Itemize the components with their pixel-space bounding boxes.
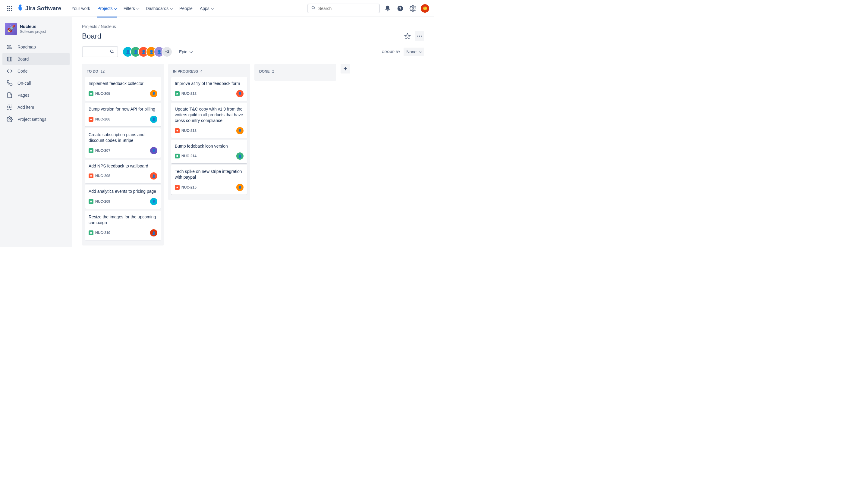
sidebar-item-add-item[interactable]: Add item (2, 101, 70, 113)
svg-point-22 (9, 119, 11, 120)
chevron-down-icon (419, 50, 422, 53)
column-header[interactable]: DONE2 (256, 68, 335, 77)
story-type-icon (89, 148, 93, 153)
issue-card[interactable]: Bump version for new API for billingNUC-… (85, 103, 161, 127)
issue-card[interactable]: Improve a11y of the feedback formNUC-212… (171, 77, 247, 101)
issue-key: NUC-205 (95, 92, 110, 96)
column-name: IN PROGRESS (173, 69, 198, 74)
global-search-input[interactable] (318, 6, 376, 11)
sidebar-item-roadmap[interactable]: Roadmap (2, 41, 70, 53)
global-search[interactable] (308, 4, 380, 13)
assignee-filter[interactable]: 👤 👤 👤 👤 👤 +3 (123, 47, 172, 57)
issue-key: NUC-214 (181, 154, 197, 158)
assignee-avatar[interactable]: 👤 (150, 147, 157, 154)
chevron-down-icon (170, 6, 173, 10)
jira-logo[interactable]: Jira Software (17, 4, 61, 12)
sidebar-item-code[interactable]: Code (2, 65, 70, 77)
nav-item-filters[interactable]: Filters (121, 4, 142, 13)
nav-item-dashboards[interactable]: Dashboards (143, 4, 176, 13)
issue-title: Bump version for new API for billing (89, 106, 157, 112)
issue-card[interactable]: Tech spike on new stripe integration wit… (171, 165, 247, 195)
assignee-avatar[interactable]: 👤 (150, 116, 157, 123)
pages-icon (6, 92, 13, 99)
svg-point-27 (111, 50, 113, 52)
project-sidebar: 🚀 Nucleus Software project RoadmapBoardC… (0, 17, 72, 247)
app-switcher-icon[interactable] (5, 4, 15, 13)
sidebar-item-pages[interactable]: Pages (2, 89, 70, 101)
epic-filter[interactable]: Epic (177, 48, 195, 56)
notifications-icon[interactable] (383, 4, 392, 13)
issue-key: NUC-210 (95, 231, 110, 235)
board-column-done: DONE2 (254, 64, 336, 81)
nav-item-your-work[interactable]: Your work (69, 4, 93, 13)
star-button[interactable] (403, 31, 412, 41)
page-title: Board (82, 32, 101, 40)
issue-title: Improve a11y of the feedback form (175, 81, 243, 87)
issue-card[interactable]: Add analytics events to pricing pageNUC-… (85, 185, 161, 209)
add-column-button[interactable] (340, 64, 350, 74)
project-name: Nucleus (20, 24, 46, 29)
project-type: Software project (20, 30, 46, 34)
board-search[interactable] (82, 46, 118, 57)
profile-avatar[interactable]: 🙂 (421, 4, 429, 13)
sidebar-item-on-call[interactable]: On-call (2, 77, 70, 89)
svg-point-26 (421, 36, 422, 36)
issue-card[interactable]: Add NPS feedback to wallboardNUC-208👤 (85, 160, 161, 184)
issue-key: NUC-207 (95, 149, 110, 153)
avatar-overflow[interactable]: +3 (162, 47, 172, 57)
column-count: 4 (200, 69, 203, 74)
project-header[interactable]: 🚀 Nucleus Software project (2, 23, 70, 41)
sidebar-item-label: Project settings (17, 117, 47, 122)
nav-item-label: Dashboards (146, 6, 169, 11)
nav-item-apps[interactable]: Apps (197, 4, 216, 13)
top-navigation: Jira Software Your workProjectsFiltersDa… (0, 0, 434, 17)
more-actions-button[interactable] (415, 31, 424, 41)
svg-line-10 (314, 8, 315, 10)
svg-point-31 (177, 130, 178, 131)
breadcrumb-parent[interactable]: Projects (82, 24, 97, 29)
board-filters: 👤 👤 👤 👤 👤 +3 Epic GROUP BY None (82, 46, 424, 57)
issue-card[interactable]: Implement feedback collectorNUC-205👤 (85, 77, 161, 101)
group-by-select[interactable]: None (404, 48, 424, 56)
jira-logo-text: Jira Software (25, 5, 61, 12)
svg-rect-3 (7, 8, 8, 9)
assignee-avatar[interactable]: 👤 (236, 184, 243, 191)
main-content: Projects / Nucleus Board 👤 (72, 17, 434, 247)
issue-card[interactable]: Resize the images for the upcoming campa… (85, 211, 161, 240)
issue-card[interactable]: Bump fedeback icon versionNUC-214👤 (171, 140, 247, 164)
svg-rect-4 (9, 8, 10, 9)
column-header[interactable]: TO DO12 (84, 68, 162, 77)
issue-title: Implement feedback collector (89, 81, 157, 87)
issue-card[interactable]: Create subscription plans and discount c… (85, 128, 161, 158)
bug-type-icon (175, 185, 180, 190)
issue-key: NUC-215 (181, 185, 197, 189)
nav-item-label: Your work (71, 6, 90, 11)
nav-item-people[interactable]: People (176, 4, 196, 13)
sidebar-item-project-settings[interactable]: Project settings (2, 113, 70, 125)
issue-title: Add analytics events to pricing page (89, 189, 157, 194)
svg-marker-23 (405, 34, 410, 39)
assignee-avatar[interactable]: 👤 (150, 90, 157, 97)
svg-point-24 (418, 36, 418, 36)
help-icon[interactable]: ? (395, 4, 405, 13)
sidebar-item-board[interactable]: Board (2, 53, 70, 65)
assignee-avatar[interactable]: 👤 (236, 90, 243, 97)
oncall-icon (6, 79, 13, 87)
svg-rect-7 (9, 10, 10, 11)
column-header[interactable]: IN PROGRESS4 (170, 68, 248, 77)
issue-card[interactable]: Update T&C copy with v1.9 from the write… (171, 103, 247, 138)
assignee-avatar[interactable]: 👤 (150, 229, 157, 236)
nav-item-projects[interactable]: Projects (94, 4, 119, 13)
chevron-down-icon (114, 6, 117, 10)
story-type-icon (89, 91, 93, 96)
assignee-avatar[interactable]: 👤 (236, 152, 243, 160)
issue-title: Update T&C copy with v1.9 from the write… (175, 106, 243, 124)
assignee-avatar[interactable]: 👤 (150, 198, 157, 205)
bug-type-icon (89, 173, 93, 178)
story-type-icon (89, 230, 93, 235)
breadcrumb-current[interactable]: Nucleus (101, 24, 116, 29)
settings-icon[interactable] (408, 4, 418, 13)
assignee-avatar[interactable]: 👤 (150, 172, 157, 179)
bug-type-icon (89, 117, 93, 122)
assignee-avatar[interactable]: 👤 (236, 127, 243, 134)
